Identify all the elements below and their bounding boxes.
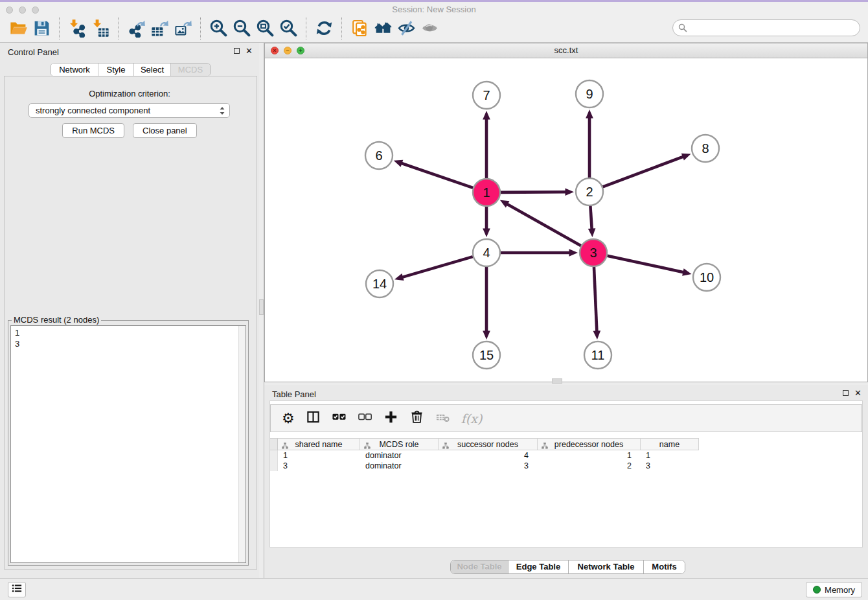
network-close-icon[interactable]: × [271, 47, 279, 54]
table-panel-float-icon[interactable] [843, 390, 849, 396]
graph-node-3[interactable]: 3 [580, 239, 607, 266]
column-header-name[interactable]: name [641, 438, 699, 450]
cell-shared-name[interactable]: 1 [278, 450, 360, 461]
graph-edge-4-15[interactable] [483, 267, 490, 340]
cell-predecessor-nodes[interactable]: 1 [538, 450, 641, 461]
network-canvas[interactable]: 7968124314101511 [265, 58, 867, 382]
deselect-all-button[interactable] [358, 410, 372, 427]
zoom-in-button[interactable] [207, 17, 230, 40]
zoom-out-button[interactable] [230, 17, 253, 40]
vertical-split-divider[interactable] [259, 43, 264, 578]
cell-shared-name[interactable]: 3 [278, 461, 360, 471]
graph-node-4[interactable]: 4 [473, 239, 500, 266]
tab-edge-table[interactable]: Edge Table [508, 560, 569, 573]
graph-node-7[interactable]: 7 [473, 82, 500, 109]
tab-node-table[interactable]: Node Table [451, 560, 508, 573]
delete-table-button[interactable] [435, 410, 450, 427]
memory-button[interactable]: Memory [806, 582, 862, 597]
graph-node-2[interactable]: 2 [576, 178, 603, 205]
export-network-button[interactable] [124, 17, 148, 40]
column-header-mcds-role[interactable]: MCDS role [360, 438, 439, 450]
graph-edge-1-2[interactable] [501, 188, 574, 196]
function-builder-button[interactable]: f(x) [461, 411, 483, 426]
show-all-networks-button[interactable] [371, 17, 394, 40]
optimization-criterion-select[interactable]: strongly connected component [29, 103, 230, 118]
graph-edge-4-14[interactable] [394, 257, 473, 281]
open-folder-button[interactable] [6, 17, 30, 40]
graph-node-11[interactable]: 11 [584, 341, 611, 369]
graph-edge-3-1[interactable] [500, 200, 581, 246]
graph-edge-2-9[interactable] [586, 110, 593, 178]
cell-mcds-role[interactable]: dominator [360, 461, 439, 471]
column-header-predecessor-nodes[interactable]: predecessor nodes [538, 438, 641, 450]
refresh-layout-button[interactable] [312, 17, 336, 40]
control-panel-close-icon[interactable]: ✕ [246, 48, 253, 54]
vertical-split-handle[interactable] [259, 299, 264, 315]
mcds-result-list[interactable]: 13 [10, 325, 246, 563]
hide-selected-button[interactable] [394, 17, 418, 40]
search-input[interactable] [672, 19, 860, 36]
cell-successor-nodes[interactable]: 4 [439, 450, 538, 461]
column-settings-button[interactable] [306, 410, 321, 427]
graph-node-15[interactable]: 15 [473, 341, 500, 369]
graph-node-9[interactable]: 9 [576, 80, 603, 108]
export-table-button[interactable] [148, 17, 171, 40]
cell-name[interactable]: 1 [641, 450, 699, 461]
table-row[interactable]: 1dominator411 [270, 450, 699, 461]
graph-edge-2-8[interactable] [603, 154, 691, 187]
zoom-selected-button[interactable] [277, 17, 300, 40]
svg-text:8: 8 [702, 141, 709, 156]
graph-edge-2-3[interactable] [588, 206, 596, 237]
network-maximize-icon[interactable]: + [297, 47, 304, 54]
table-panel: Table Panel ✕ ⚙ f(x) shared nameMCDS rol… [264, 385, 868, 578]
control-tab-network[interactable]: Network [51, 63, 98, 76]
graph-node-1[interactable]: 1 [473, 179, 500, 206]
tab-motifs[interactable]: Motifs [644, 560, 685, 573]
duplicate-network-button[interactable] [348, 17, 371, 40]
graph-node-6[interactable]: 6 [365, 142, 393, 169]
graph-edge-1-7[interactable] [483, 111, 490, 178]
save-button[interactable] [30, 17, 53, 40]
cell-predecessor-nodes[interactable]: 2 [538, 461, 641, 471]
network-window-title: scc.txt [265, 43, 867, 58]
table-row[interactable]: 3dominator323 [270, 461, 699, 471]
graph-edge-1-6[interactable] [394, 160, 473, 188]
network-minimize-icon[interactable]: − [284, 47, 291, 54]
column-header-successor-nodes[interactable]: successor nodes [439, 438, 538, 450]
import-table-icon [91, 19, 110, 38]
cell-name[interactable]: 3 [641, 461, 699, 471]
add-entry-button[interactable] [383, 410, 398, 427]
delete-entry-button[interactable] [409, 410, 424, 427]
table-panel-close-icon[interactable]: ✕ [854, 390, 862, 396]
horizontal-split-handle[interactable] [552, 378, 562, 384]
graph-edge-3-11[interactable] [593, 267, 601, 340]
import-network-icon [68, 19, 87, 38]
task-history-button[interactable] [8, 582, 26, 597]
tab-network-table[interactable]: Network Table [569, 560, 644, 573]
show-hidden-button[interactable] [418, 17, 441, 40]
column-header-shared-name[interactable]: shared name [278, 438, 360, 450]
select-all-button[interactable] [332, 410, 347, 427]
graph-node-8[interactable]: 8 [692, 135, 719, 162]
cell-mcds-role[interactable]: dominator [360, 450, 439, 461]
result-scrollbar[interactable] [238, 326, 246, 562]
import-table-button[interactable] [89, 17, 112, 40]
graph-node-10[interactable]: 10 [693, 264, 720, 291]
run-mcds-button[interactable]: Run MCDS [62, 123, 124, 138]
import-network-button[interactable] [65, 17, 89, 40]
control-tab-style[interactable]: Style [98, 63, 134, 76]
graph-node-14[interactable]: 14 [366, 270, 393, 297]
settings-gear-button[interactable]: ⚙ [282, 411, 295, 426]
control-tab-select[interactable]: Select [134, 63, 171, 76]
export-image-button[interactable] [171, 17, 194, 40]
control-tab-mcds[interactable]: MCDS [171, 63, 210, 76]
graph-edge-4-3[interactable] [501, 249, 578, 257]
graph-edge-3-10[interactable] [607, 256, 691, 276]
zoom-fit-button[interactable] [253, 17, 277, 40]
close-panel-button[interactable]: Close panel [133, 123, 197, 138]
graph-edge-1-4[interactable] [483, 207, 490, 237]
zoom-fit-icon [256, 19, 275, 38]
control-panel-float-icon[interactable] [234, 48, 240, 54]
cell-successor-nodes[interactable]: 3 [439, 461, 538, 471]
svg-text:9: 9 [586, 87, 593, 101]
